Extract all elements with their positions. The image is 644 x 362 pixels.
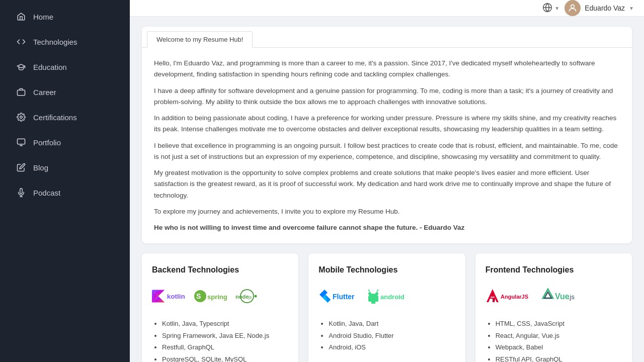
mobile-title: Mobile Technologies: [318, 265, 455, 275]
education-icon: [16, 62, 26, 72]
svg-text:node: node: [235, 294, 249, 300]
svg-text:spring: spring: [207, 293, 227, 301]
mobile-list-item-3: Android, iOS: [329, 341, 455, 353]
frontend-tech-card: Frontend Technologies AngularJS Vue: [475, 253, 632, 362]
sidebar: Home Technologies Education Career Certi…: [0, 0, 130, 362]
backend-logos: kotlin S spring node js: [152, 284, 288, 309]
lang-chevron-icon: ▼: [554, 6, 559, 11]
sidebar-item-portfolio[interactable]: Portfolio: [4, 130, 126, 154]
avatar: [565, 0, 581, 16]
welcome-para-3: In addition to being passionate about co…: [154, 113, 620, 135]
backend-title: Backend Technologies: [152, 265, 288, 275]
svg-text:kotlin: kotlin: [167, 293, 185, 301]
backend-list-item-3: Restfull, GraphQL: [162, 341, 288, 353]
mobile-tech-card: Mobile Technologies Flutter: [308, 253, 465, 362]
backend-list-item-2: Spring Framework, Java EE, Node.js: [162, 330, 288, 341]
svg-rect-29: [491, 297, 495, 298]
backend-list: Kotlin, Java, Typescript Spring Framewor…: [152, 318, 288, 362]
sidebar-item-blog[interactable]: Blog: [4, 155, 126, 179]
tech-cards-row: Backend Technologies: [142, 253, 632, 362]
sidebar-item-home[interactable]: Home: [4, 5, 126, 29]
svg-text:Vue: Vue: [555, 292, 570, 301]
backend-list-item-1: Kotlin, Java, Typescript: [162, 318, 288, 329]
sidebar-item-career-label: Career: [33, 88, 56, 97]
mobile-list: Kotlin, Java, Dart Android Studio, Flutt…: [318, 318, 455, 353]
mobile-list-item-1: Kotlin, Java, Dart: [329, 318, 455, 329]
main-content: ▼ Eduardo Vaz ▼ Welcome to my Resume Hub…: [130, 0, 644, 362]
frontend-list: HTML, CSS, JavaScript React, Angular, Vu…: [486, 318, 622, 362]
svg-text:S: S: [196, 292, 201, 300]
home-icon: [16, 12, 26, 22]
sidebar-item-technologies-label: Technologies: [33, 38, 77, 46]
mobile-list-item-2: Android Studio, Flutter: [329, 330, 455, 341]
android-logo: android: [366, 289, 412, 304]
portfolio-icon: [16, 137, 26, 147]
welcome-para-4: I believe that excellence in programming…: [154, 140, 620, 163]
frontend-title: Frontend Technologies: [486, 265, 622, 275]
angular-logo: AngularJS: [486, 288, 536, 304]
sidebar-item-podcast-label: Podcast: [33, 189, 60, 197]
welcome-para-2: I have a deep affinity for software deve…: [154, 85, 620, 108]
sidebar-item-blog-label: Blog: [33, 163, 48, 172]
frontend-list-item-3: Webpack, Babel: [496, 341, 622, 353]
frontend-logos: AngularJS Vue .js: [486, 284, 622, 309]
user-chevron-icon: ▼: [629, 6, 634, 11]
svg-text:Flutter: Flutter: [333, 293, 355, 301]
page-content: Welcome to my Resume Hub! Hello, I'm Edu…: [130, 17, 644, 362]
language-selector[interactable]: ▼: [542, 3, 559, 14]
frontend-list-item-2: React, Angular, Vue.js: [496, 330, 622, 341]
spring-logo: S spring: [193, 289, 228, 303]
welcome-tab[interactable]: Welcome to my Resume Hub!: [147, 31, 253, 48]
sidebar-item-certifications-label: Certifications: [33, 113, 77, 122]
sidebar-item-education-label: Education: [33, 63, 67, 71]
welcome-tab-bar: Welcome to my Resume Hub!: [142, 27, 632, 48]
svg-point-6: [571, 5, 575, 8]
sidebar-item-portfolio-label: Portfolio: [33, 138, 61, 147]
blog-icon: [16, 162, 26, 172]
sidebar-item-technologies[interactable]: Technologies: [4, 30, 126, 54]
user-menu[interactable]: Eduardo Vaz ▼: [565, 0, 634, 16]
svg-line-24: [368, 290, 370, 292]
career-icon: [16, 87, 26, 97]
svg-point-17: [255, 295, 257, 298]
svg-text:android: android: [380, 293, 405, 301]
podcast-icon: [16, 188, 26, 198]
welcome-para-6: To explore my journey and achievements, …: [154, 206, 620, 217]
language-icon: [542, 3, 552, 14]
backend-list-item-4: PostgreSQL, SQLite, MySQL: [162, 353, 288, 362]
flutter-logo: Flutter: [318, 289, 361, 304]
nodejs-logo: node js: [233, 289, 261, 303]
welcome-para-5: My greatest motivation is the opportunit…: [154, 167, 620, 201]
frontend-list-item-4: RESTful API, GraphQL: [496, 353, 622, 362]
backend-tech-card: Backend Technologies: [142, 253, 298, 362]
svg-point-1: [20, 116, 23, 119]
sidebar-item-podcast[interactable]: Podcast: [4, 180, 126, 205]
technologies-icon: [16, 37, 26, 47]
sidebar-item-education[interactable]: Education: [4, 55, 126, 79]
welcome-body: Hello, I'm Eduardo Vaz, and programming …: [142, 48, 632, 243]
svg-rect-2: [18, 139, 25, 144]
welcome-para-1: Hello, I'm Eduardo Vaz, and programming …: [154, 58, 620, 80]
certifications-icon: [16, 112, 26, 122]
welcome-card: Welcome to my Resume Hub! Hello, I'm Edu…: [142, 27, 632, 243]
vuejs-logo: Vue .js: [541, 288, 576, 304]
svg-rect-0: [18, 90, 25, 96]
welcome-quote: He who is not willing to invest time and…: [154, 222, 620, 233]
svg-line-25: [377, 290, 378, 292]
sidebar-item-home-label: Home: [33, 13, 53, 21]
svg-text:js: js: [248, 295, 252, 300]
sidebar-item-career[interactable]: Career: [4, 80, 126, 104]
kotlin-logo: kotlin: [152, 289, 188, 303]
svg-text:AngularJS: AngularJS: [501, 294, 528, 300]
svg-text:.js: .js: [568, 293, 575, 301]
svg-marker-31: [543, 289, 553, 298]
mobile-logos: Flutter android: [318, 284, 455, 309]
topbar: ▼ Eduardo Vaz ▼: [130, 0, 644, 17]
user-name: Eduardo Vaz: [585, 4, 625, 12]
frontend-list-item-1: HTML, CSS, JavaScript: [496, 318, 622, 329]
sidebar-item-certifications[interactable]: Certifications: [4, 105, 126, 129]
